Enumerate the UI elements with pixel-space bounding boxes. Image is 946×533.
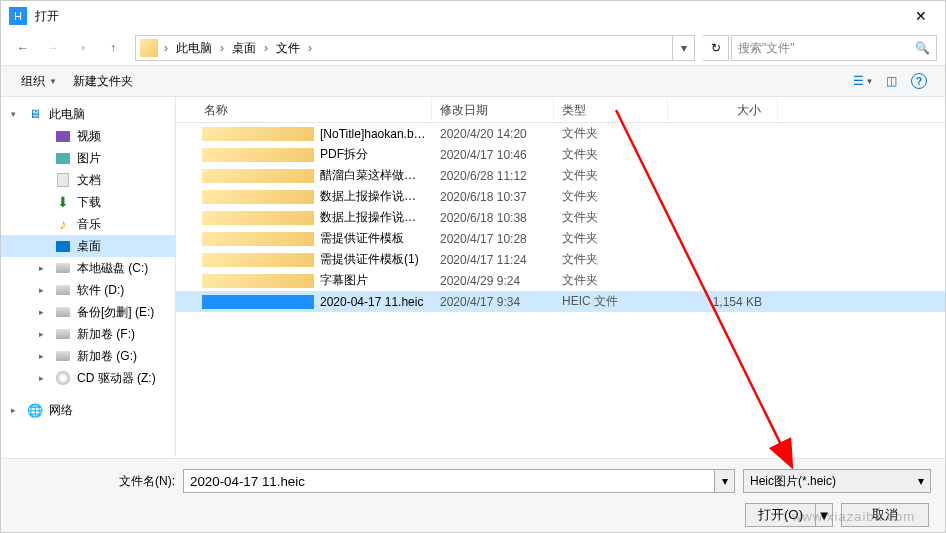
file-row[interactable]: 数据上报操作说明手册_SinglePagePDF2020/6/18 10:37文… xyxy=(176,186,945,207)
sidebar-item-label: 新加卷 (F:) xyxy=(77,326,135,343)
folder-icon xyxy=(202,274,314,288)
view-button[interactable]: ☰▼ xyxy=(851,69,875,93)
chevron-down-icon: ▾ xyxy=(918,474,924,488)
tree-caret-icon[interactable]: ▸ xyxy=(39,373,49,383)
file-size xyxy=(668,237,778,241)
sidebar-item[interactable]: ▾🖥此电脑 xyxy=(1,103,175,125)
tree-caret-icon[interactable]: ▸ xyxy=(39,307,49,317)
file-row[interactable]: 需提供证件模板2020/4/17 10:28文件夹 xyxy=(176,228,945,249)
breadcrumb-0[interactable]: 此电脑 xyxy=(170,36,218,60)
folder-icon xyxy=(202,190,314,204)
tree-caret-icon[interactable]: ▸ xyxy=(39,285,49,295)
folder-icon xyxy=(202,211,314,225)
folder-icon xyxy=(202,253,314,267)
sidebar-item[interactable]: 文档 xyxy=(1,169,175,191)
file-type: 文件夹 xyxy=(554,144,668,165)
folder-icon xyxy=(202,169,314,183)
window-title: 打开 xyxy=(35,8,901,25)
file-type-filter[interactable]: Heic图片(*.heic) ▾ xyxy=(743,469,931,493)
up-button[interactable]: ↑ xyxy=(99,35,127,61)
organize-button[interactable]: 组织 ▼ xyxy=(13,69,65,94)
file-name: 数据上报操作说明手册_SinglePagePDF xyxy=(320,188,432,205)
recent-dropdown[interactable]: ▾ xyxy=(69,35,97,61)
breadcrumb-1[interactable]: 桌面 xyxy=(226,36,262,60)
sidebar-item[interactable]: ▸新加卷 (F:) xyxy=(1,323,175,345)
column-header-size[interactable]: 大小 xyxy=(668,97,778,122)
file-row[interactable]: 数据上报操作说明手册_SplitPDF2020/6/18 10:38文件夹 xyxy=(176,207,945,228)
sidebar-item[interactable]: ▸本地磁盘 (C:) xyxy=(1,257,175,279)
navigation-tree: ▾🖥此电脑视频图片文档⬇下载♪音乐桌面▸本地磁盘 (C:)▸软件 (D:)▸备份… xyxy=(1,97,176,457)
chevron-right-icon[interactable]: › xyxy=(262,41,270,55)
sidebar-item[interactable]: ▸备份[勿删] (E:) xyxy=(1,301,175,323)
sidebar-item[interactable]: 视频 xyxy=(1,125,175,147)
sidebar-item[interactable]: ▸🌐网络 xyxy=(1,399,175,421)
address-dropdown[interactable]: ▾ xyxy=(672,36,694,60)
close-button[interactable]: ✕ xyxy=(901,2,941,30)
file-date: 2020/6/28 11:12 xyxy=(432,167,554,185)
filename-dropdown[interactable]: ▾ xyxy=(715,469,735,493)
file-name: 数据上报操作说明手册_SplitPDF xyxy=(320,209,432,226)
search-input[interactable]: 搜索"文件" 🔍 xyxy=(731,35,937,61)
chevron-right-icon[interactable]: › xyxy=(218,41,226,55)
back-button[interactable]: ← xyxy=(9,35,37,61)
chevron-right-icon[interactable]: › xyxy=(162,41,170,55)
file-row[interactable]: 醋溜白菜这样做，好吃到爆，还特别下2020/6/28 11:12文件夹 xyxy=(176,165,945,186)
chevron-down-icon: ▼ xyxy=(49,77,57,86)
file-date: 2020/6/18 10:37 xyxy=(432,188,554,206)
preview-pane-button[interactable]: ◫ xyxy=(879,69,903,93)
watermark: www.xiazaiba.com xyxy=(792,509,915,524)
file-name: PDF拆分 xyxy=(320,146,432,163)
file-name: [NoTitle]haokan.baidu.com_v_vid=87... xyxy=(320,127,432,141)
file-name: 需提供证件模板 xyxy=(320,230,432,247)
sidebar-item[interactable]: ▸软件 (D:) xyxy=(1,279,175,301)
new-folder-button[interactable]: 新建文件夹 xyxy=(65,69,141,94)
column-header-date[interactable]: 修改日期 xyxy=(432,97,554,122)
folder-icon xyxy=(202,232,314,246)
file-row[interactable]: 2020-04-17 11.heic2020/4/17 9:34HEIC 文件1… xyxy=(176,291,945,312)
tree-caret-icon[interactable]: ▸ xyxy=(39,263,49,273)
sidebar-item-label: 新加卷 (G:) xyxy=(77,348,137,365)
breadcrumb-2[interactable]: 文件 xyxy=(270,36,306,60)
tree-caret-icon[interactable]: ▸ xyxy=(11,405,21,415)
sidebar-item-label: 下载 xyxy=(77,194,101,211)
address-bar[interactable]: › 此电脑 › 桌面 › 文件 › ▾ xyxy=(135,35,695,61)
chevron-right-icon[interactable]: › xyxy=(306,41,314,55)
sidebar-item[interactable]: 图片 xyxy=(1,147,175,169)
file-icon xyxy=(202,295,314,309)
file-size xyxy=(668,153,778,157)
file-row[interactable]: 字幕图片2020/4/29 9:24文件夹 xyxy=(176,270,945,291)
sidebar-item[interactable]: ▸CD 驱动器 (Z:) xyxy=(1,367,175,389)
column-header-name[interactable]: 名称 xyxy=(176,97,432,122)
file-name: 需提供证件模板(1) xyxy=(320,251,432,268)
file-row[interactable]: 需提供证件模板(1)2020/4/17 11:24文件夹 xyxy=(176,249,945,270)
help-button[interactable]: ? xyxy=(907,69,931,93)
sidebar-item[interactable]: ♪音乐 xyxy=(1,213,175,235)
tree-caret-icon[interactable]: ▸ xyxy=(39,351,49,361)
tree-caret-icon[interactable]: ▸ xyxy=(39,329,49,339)
file-date: 2020/4/17 10:28 xyxy=(432,230,554,248)
sidebar-item[interactable]: 桌面 xyxy=(1,235,175,257)
sidebar-item[interactable]: ▸新加卷 (G:) xyxy=(1,345,175,367)
file-date: 2020/4/17 11:24 xyxy=(432,251,554,269)
forward-button[interactable]: → xyxy=(39,35,67,61)
file-size xyxy=(668,258,778,262)
refresh-button[interactable]: ↻ xyxy=(703,35,729,61)
file-row[interactable]: PDF拆分2020/4/17 10:46文件夹 xyxy=(176,144,945,165)
file-size: 1,154 KB xyxy=(668,293,778,311)
filename-input[interactable] xyxy=(183,469,715,493)
file-name: 醋溜白菜这样做，好吃到爆，还特别下 xyxy=(320,167,432,184)
sidebar-item-label: 网络 xyxy=(49,402,73,419)
tree-caret-icon[interactable]: ▾ xyxy=(11,109,21,119)
file-date: 2020/4/17 9:34 xyxy=(432,293,554,311)
sidebar-item[interactable]: ⬇下载 xyxy=(1,191,175,213)
sidebar-item-label: 备份[勿删] (E:) xyxy=(77,304,154,321)
file-date: 2020/4/17 10:46 xyxy=(432,146,554,164)
sidebar-item-label: 视频 xyxy=(77,128,101,145)
file-row[interactable]: [NoTitle]haokan.baidu.com_v_vid=87...202… xyxy=(176,123,945,144)
sidebar-item-label: 桌面 xyxy=(77,238,101,255)
column-header-type[interactable]: 类型 xyxy=(554,97,668,122)
file-date: 2020/4/29 9:24 xyxy=(432,272,554,290)
file-size xyxy=(668,216,778,220)
file-type: 文件夹 xyxy=(554,270,668,291)
file-name: 字幕图片 xyxy=(320,272,432,289)
